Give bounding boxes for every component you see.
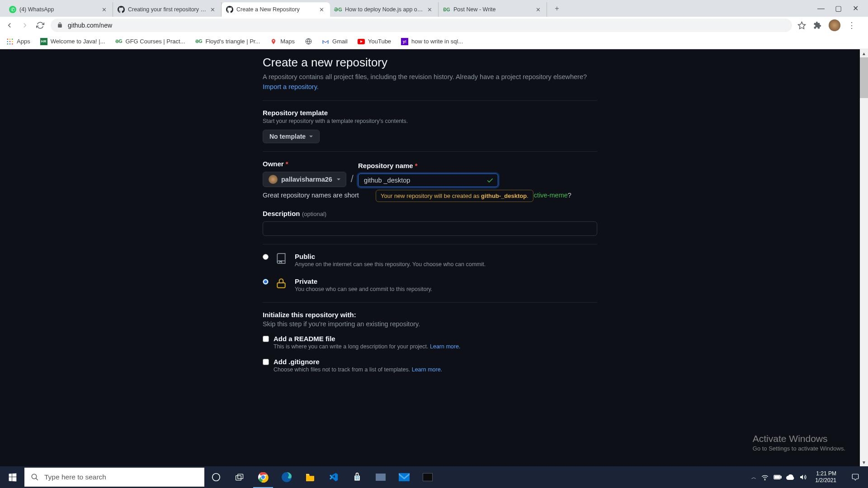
- taskbar: Type here to search ︿ 1:21 PM 1/2/2021: [0, 466, 868, 488]
- menu-icon[interactable]: ⋮: [848, 20, 856, 30]
- tray-chevron-icon[interactable]: ︿: [751, 474, 756, 481]
- bookmark-maps[interactable]: Maps: [270, 38, 295, 45]
- task-view-icon[interactable]: [228, 466, 251, 488]
- readme-title: Add a README file: [274, 335, 460, 343]
- cortana-icon[interactable]: [204, 466, 228, 488]
- tab-heroku-guide[interactable]: ƏG How to deploy Node.js app on H ✕: [330, 2, 439, 17]
- scroll-up-icon[interactable]: ▲: [860, 49, 868, 57]
- youtube-icon: [358, 38, 365, 45]
- battery-icon[interactable]: [774, 473, 782, 481]
- close-icon[interactable]: ✕: [427, 6, 434, 13]
- svg-point-1: [7, 38, 8, 40]
- chrome-icon[interactable]: [251, 466, 275, 488]
- private-radio[interactable]: [263, 279, 269, 285]
- bookmark-youtube[interactable]: YouTube: [358, 38, 391, 45]
- bookmark-java[interactable]: HRWelcome to Java! |...: [40, 38, 105, 45]
- gitignore-desc: Choose which files not to track from a l…: [274, 366, 442, 373]
- minimize-button[interactable]: —: [816, 4, 826, 13]
- github-icon: [226, 6, 233, 13]
- tab-title: Creating your first repository usin: [128, 6, 207, 13]
- bookmark-apps[interactable]: Apps: [6, 38, 30, 45]
- extensions-icon[interactable]: [813, 21, 821, 29]
- taskbar-search[interactable]: Type here to search: [24, 468, 204, 487]
- import-repo-link[interactable]: Import a repository.: [263, 83, 319, 90]
- maximize-button[interactable]: ▢: [834, 4, 843, 13]
- svg-point-6: [12, 41, 13, 42]
- public-title: Public: [295, 253, 486, 260]
- private-desc: You choose who can see and commit to thi…: [295, 286, 432, 292]
- apps-icon: [6, 38, 14, 45]
- star-icon[interactable]: [797, 21, 806, 30]
- repo-name-input[interactable]: [358, 174, 498, 187]
- svg-rect-17: [236, 476, 241, 480]
- address-bar: github.com/new ⋮: [0, 17, 868, 34]
- explorer-icon[interactable]: [298, 466, 322, 488]
- gitignore-checkbox[interactable]: [263, 359, 269, 365]
- mail-icon[interactable]: [392, 466, 416, 488]
- clock[interactable]: 1:21 PM 1/2/2021: [811, 470, 840, 484]
- tab-post-new[interactable]: ĐG Post New - Write ✕: [439, 2, 547, 17]
- url-input[interactable]: github.com/new: [51, 19, 792, 32]
- scroll-thumb[interactable]: [860, 57, 868, 98]
- bookmark-gfg-courses[interactable]: ƏGGFG Courses | Pract...: [115, 38, 185, 45]
- bookmarks-bar: Apps HRWelcome to Java! |... ƏGGFG Cours…: [0, 34, 868, 49]
- svg-point-4: [7, 41, 8, 42]
- volume-icon[interactable]: [799, 473, 807, 481]
- notifications-icon[interactable]: [844, 466, 866, 488]
- init-help: Skip this step if you're importing an ex…: [263, 320, 597, 328]
- public-radio[interactable]: [263, 254, 269, 260]
- store-icon[interactable]: [345, 466, 369, 488]
- gmail-icon: [322, 38, 329, 45]
- wifi-icon[interactable]: [761, 473, 769, 481]
- bookmark-generic[interactable]: [305, 38, 312, 45]
- scrollbar[interactable]: ▲ ▼: [860, 49, 868, 466]
- tab-github-new[interactable]: Create a New Repository ✕: [222, 2, 330, 17]
- description-label: Description: [263, 210, 300, 217]
- svg-rect-25: [775, 476, 780, 479]
- close-icon[interactable]: ✕: [319, 6, 326, 13]
- github-icon: [118, 6, 125, 13]
- close-window-button[interactable]: ✕: [851, 4, 860, 13]
- bookmark-floyd[interactable]: ƏGFloyd's triangle | Pr...: [195, 38, 260, 45]
- page-content: Create a new repository A repository con…: [0, 49, 860, 466]
- close-icon[interactable]: ✕: [536, 6, 542, 13]
- slash-separator: /: [351, 173, 354, 187]
- meme-suggestion[interactable]: ective-meme: [530, 192, 568, 199]
- profile-avatar[interactable]: [829, 19, 840, 31]
- vscode-icon[interactable]: [322, 466, 345, 488]
- new-tab-button[interactable]: +: [551, 2, 563, 15]
- whatsapp-icon: ✆: [9, 6, 16, 13]
- tab-github-guide[interactable]: Creating your first repository usin ✕: [113, 2, 222, 17]
- description-input[interactable]: [263, 221, 597, 236]
- chevron-down-icon: [309, 136, 313, 137]
- onedrive-icon[interactable]: [786, 473, 794, 481]
- chevron-down-icon: [337, 178, 340, 180]
- bookmark-sql[interactable]: y!how to write in sql...: [401, 38, 463, 45]
- bookmark-gmail[interactable]: Gmail: [322, 38, 348, 45]
- scroll-down-icon[interactable]: ▼: [860, 458, 868, 466]
- back-button[interactable]: [5, 20, 14, 30]
- terminal-icon[interactable]: [416, 466, 439, 488]
- close-icon[interactable]: ✕: [102, 6, 108, 13]
- template-help: Start your repository with a template re…: [263, 118, 597, 124]
- reload-button[interactable]: [35, 20, 45, 30]
- page-title: Create a new repository: [263, 56, 597, 70]
- edge-icon[interactable]: [275, 466, 298, 488]
- name-hint: Great repository names are short Your ne…: [263, 192, 597, 199]
- readme-checkbox[interactable]: [263, 336, 269, 342]
- app-icon[interactable]: [369, 466, 392, 488]
- close-icon[interactable]: ✕: [210, 6, 217, 13]
- start-button[interactable]: [0, 466, 24, 488]
- divider: [263, 244, 597, 244]
- svg-point-15: [212, 474, 220, 481]
- learn-more-link[interactable]: Learn more.: [412, 366, 442, 373]
- owner-select[interactable]: pallavisharma26: [263, 172, 346, 187]
- forward-button[interactable]: [20, 20, 30, 30]
- learn-more-link[interactable]: Learn more.: [430, 343, 460, 350]
- tab-whatsapp[interactable]: ✆ (4) WhatsApp ✕: [5, 2, 113, 17]
- lock-icon: [57, 22, 63, 28]
- svg-rect-16: [238, 474, 243, 479]
- readme-desc: This is where you can write a long descr…: [274, 343, 460, 350]
- template-select[interactable]: No template: [263, 130, 320, 143]
- gitignore-title: Add .gitignore: [274, 358, 442, 366]
